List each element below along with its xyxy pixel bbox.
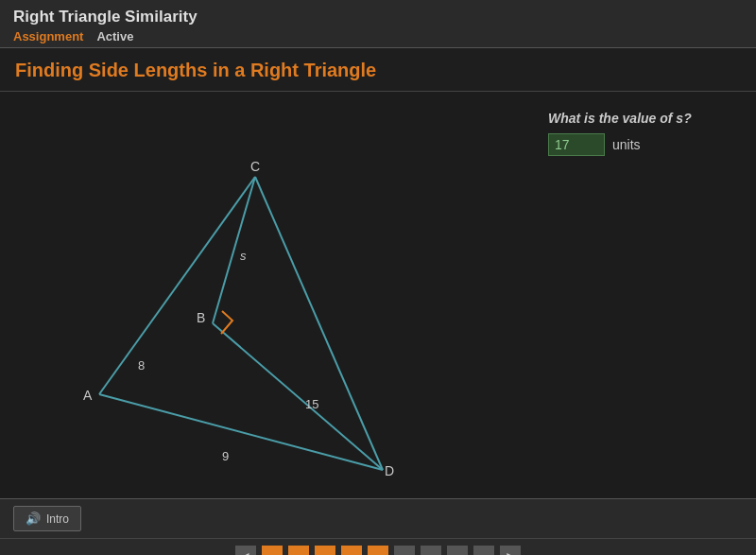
main-content: Finding Side Lengths in a Right Triangle: [0, 48, 756, 498]
question-text: What is the value of s?: [548, 111, 692, 126]
nav-dot-7[interactable]: [421, 546, 441, 556]
section-title: Finding Side Lengths in a Right Triangle: [15, 60, 376, 80]
diagram-area: A B C D s 8 15 9: [0, 92, 548, 498]
intro-label: Intro: [46, 512, 69, 526]
section-title-bar: Finding Side Lengths in a Right Triangle: [0, 48, 756, 92]
nav-dot-3[interactable]: [315, 546, 335, 556]
speaker-icon: 🔊: [26, 512, 41, 526]
nav-dot-4[interactable]: [341, 546, 362, 556]
nav-dot-5[interactable]: [368, 546, 388, 556]
svg-text:B: B: [197, 310, 205, 325]
nav-dot-2[interactable]: [288, 546, 309, 556]
nav-next-button[interactable]: ►: [500, 546, 521, 556]
nav-bar: ◄ ►: [0, 538, 756, 555]
intro-button[interactable]: 🔊 Intro: [13, 506, 81, 531]
nav-prev-button[interactable]: ◄: [235, 546, 256, 556]
svg-text:9: 9: [222, 449, 229, 463]
assignment-label[interactable]: Assignment: [13, 29, 83, 43]
svg-text:D: D: [385, 463, 394, 478]
nav-dot-6[interactable]: [394, 546, 415, 556]
nav-dot-9[interactable]: [473, 546, 494, 556]
answer-input[interactable]: [548, 133, 605, 156]
nav-dot-1[interactable]: [262, 546, 283, 556]
question-panel: What is the value of s? units: [548, 92, 756, 498]
svg-text:s: s: [240, 249, 247, 263]
svg-text:A: A: [83, 388, 93, 403]
svg-text:C: C: [250, 159, 260, 174]
question-variable: s: [676, 111, 683, 126]
content-area: A B C D s 8 15 9 What is the value of s?: [0, 92, 756, 498]
nav-dot-8[interactable]: [447, 546, 468, 556]
page-title: Right Triangle Similarity: [13, 8, 743, 26]
triangle-diagram: A B C D s 8 15 9: [9, 101, 539, 489]
answer-row: units: [548, 133, 641, 156]
svg-text:15: 15: [305, 397, 318, 411]
svg-text:8: 8: [138, 358, 145, 373]
units-label: units: [612, 137, 641, 152]
active-label: Active: [96, 29, 133, 43]
header-meta: Assignment Active: [13, 29, 743, 43]
bottom-bar: 🔊 Intro: [0, 498, 756, 538]
header: Right Triangle Similarity Assignment Act…: [0, 0, 756, 48]
question-prefix: What is the value of: [548, 111, 676, 126]
question-suffix: ?: [683, 111, 692, 126]
svg-rect-0: [47, 101, 501, 489]
